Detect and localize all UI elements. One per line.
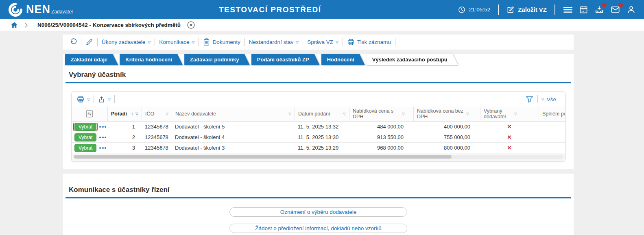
- caret-down-icon[interactable]: ▽: [402, 112, 405, 116]
- cell-poradi: 3: [107, 145, 142, 151]
- toolbar-divider: [155, 38, 155, 46]
- not-selected-x-icon: ✕: [507, 124, 512, 130]
- clock-icon: [458, 6, 466, 14]
- menu-dokumenty[interactable]: Dokumenty: [203, 38, 240, 46]
- filter-scope-dropdown[interactable]: ▽ Vše: [541, 96, 556, 102]
- cell-datum: 11. 5. 2025 13:32: [295, 124, 349, 130]
- calendar-button[interactable]: [579, 5, 588, 14]
- column-header-splneni-podminek[interactable]: Splnění podmínek: [539, 107, 565, 121]
- table-row: Vybrat 3 12345678 Dodavatel - školení 3 …: [72, 143, 565, 153]
- not-selected-x-icon: ✕: [507, 134, 512, 140]
- menu-ukony-zadavatele[interactable]: Úkony zadavatele ▽: [102, 39, 151, 45]
- filter-button[interactable]: [525, 95, 534, 104]
- table-row: Vybrat 2 12345678 Dodavatel - školení 4 …: [72, 132, 565, 143]
- cell-datum: 11. 5. 2025 13:29: [295, 145, 349, 151]
- print-table-button[interactable]: ▽: [76, 95, 90, 103]
- caret-down-icon[interactable]: ▽: [343, 112, 346, 116]
- table-toolbar: ▽ ▽ ▽ Vše: [72, 92, 565, 107]
- cell-cena-s-dph: 968 000,00: [349, 145, 413, 151]
- column-header-datum-podani[interactable]: Datum podání ▽: [295, 107, 349, 121]
- tab-podani-ucastniku[interactable]: Podání účastníků ZP: [251, 54, 320, 65]
- cell-datum: 11. 5. 2025 13:30: [295, 134, 349, 140]
- row-menu-button[interactable]: [99, 126, 106, 128]
- caret-down-icon[interactable]: ▽: [135, 112, 138, 116]
- cell-cena-s-dph: 484 000,00: [349, 124, 413, 130]
- cell-ico: 12345678: [142, 134, 172, 140]
- cell-cena-bez-dph: 400 000,00: [413, 124, 480, 130]
- select-supplier-button[interactable]: Vybrat: [74, 133, 96, 141]
- column-settings-button[interactable]: [72, 107, 107, 121]
- column-header-nazev-dodavatele[interactable]: Název dodavatele ▽: [172, 107, 295, 121]
- topbar-divider: [554, 4, 555, 15]
- table-header-row: Pořadí ↑ ▽ IČO ▽ Název dodavatele ▽ Datu…: [72, 107, 565, 122]
- row-menu-button[interactable]: [99, 147, 106, 149]
- session-time: 21:05:52: [469, 7, 491, 13]
- cell-nazev: Dodavatel - školení 5: [172, 124, 295, 130]
- refresh-button[interactable]: [69, 38, 77, 46]
- messages-button[interactable]: [610, 5, 620, 14]
- cell-nazev: Dodavatel - školení 4: [172, 134, 295, 140]
- downloads-button[interactable]: [594, 5, 604, 14]
- caret-down-icon: ▽: [108, 98, 111, 101]
- caret-down-icon[interactable]: ▽: [288, 112, 291, 116]
- menu-sprava-vz[interactable]: Správa VZ ▽: [307, 39, 338, 45]
- select-supplier-button[interactable]: Vybrat: [74, 123, 96, 131]
- column-header-ico[interactable]: IČO ▽: [142, 107, 172, 121]
- caret-down-icon[interactable]: ▽: [466, 112, 469, 116]
- tab-hodnoceni[interactable]: Hodnocení: [321, 54, 365, 65]
- breadcrumb: N006/25/V00004542 - Konzervace sbírkovýc…: [0, 19, 644, 31]
- tab-kriteria-hodnoceni[interactable]: Kritéria hodnocení: [120, 54, 183, 65]
- cell-ico: 12345678: [142, 145, 172, 151]
- export-table-button[interactable]: ▽: [98, 96, 111, 103]
- cell-nazev: Dodavatel - školení 3: [172, 145, 295, 151]
- main-menu-button[interactable]: [563, 5, 573, 14]
- hamburger-icon: [563, 5, 573, 14]
- caret-down-icon: ▽: [87, 98, 90, 101]
- cell-poradi: 2: [107, 134, 142, 140]
- create-vz-button[interactable]: Založit VZ: [506, 6, 547, 14]
- caret-down-icon[interactable]: ▽: [166, 112, 168, 116]
- table-row: Vybrat 1 12345678 Dodavatel - školení 5 …: [72, 122, 565, 132]
- downloads-notification-badge: [602, 3, 607, 7]
- not-selected-x-icon: ✕: [507, 145, 512, 151]
- caret-down-icon[interactable]: ▽: [514, 112, 517, 116]
- participants-table-panel: ▽ ▽ ▽ Vše: [71, 91, 565, 161]
- toolbar-divider: [199, 38, 199, 46]
- column-header-poradi[interactable]: Pořadí ↑ ▽: [107, 107, 142, 121]
- toolbar-divider: [81, 38, 81, 46]
- topbar-divider: [498, 4, 499, 15]
- scrollbar-track[interactable]: [73, 155, 563, 159]
- menu-nestandardni-stav[interactable]: Nestandardní stav ▽: [249, 39, 299, 45]
- caret-down-icon: ▽: [192, 41, 195, 44]
- section-title-komunikace: Komunikace s účastníky řízení: [63, 180, 574, 197]
- user-profile-button[interactable]: [627, 5, 636, 14]
- horizontal-scrollbar[interactable]: [72, 153, 565, 161]
- zadost-o-predlozeni-button[interactable]: Žádost o předložení informací, dokladů n…: [229, 224, 407, 233]
- column-header-cena-bez-dph[interactable]: Nabídková cena bez DPH ▽: [413, 107, 480, 121]
- toolbar-divider: [560, 95, 560, 103]
- tab-zakladni-udaje[interactable]: Základní údaje: [65, 54, 118, 65]
- menu-tisk-zaznamu[interactable]: Tisk záznamu: [347, 38, 391, 46]
- close-record-button[interactable]: [187, 21, 195, 29]
- caret-down-icon: ▽: [148, 41, 151, 44]
- column-header-cena-s-dph[interactable]: Nabídková cena s DPH ▽: [349, 107, 413, 121]
- column-header-vybrany-dodavatel[interactable]: Vybraný dodavatel ▽: [480, 107, 539, 121]
- document-icon: [203, 38, 210, 46]
- select-supplier-button[interactable]: Vybrat: [74, 144, 96, 152]
- tab-zadavaci-podminky[interactable]: Zadávací podmínky: [184, 54, 250, 65]
- nen-logo-swirl-icon: [8, 2, 23, 17]
- toolbar-divider: [303, 38, 303, 46]
- cell-cena-bez-dph: 800 000,00: [413, 145, 480, 151]
- row-menu-button[interactable]: [99, 137, 106, 138]
- caret-down-icon: ▽: [336, 41, 338, 44]
- nen-logo[interactable]: NEN Zadavatel: [8, 2, 73, 17]
- breadcrumb-record[interactable]: N006/25/V00004542 - Konzervace sbírkovýc…: [37, 22, 181, 28]
- edit-record-button[interactable]: [85, 38, 93, 46]
- scrollbar-thumb[interactable]: [74, 155, 452, 159]
- tab-vysledek-zadavaciho-postupu[interactable]: Výsledek zadávacího postupu: [367, 54, 458, 65]
- record-toolbar: Úkony zadavatele ▽ Komunikace ▽ Dokument…: [63, 35, 574, 50]
- oznameni-o-vyberu-button[interactable]: Oznámení o výběru dodavatele: [229, 207, 407, 217]
- menu-komunikace[interactable]: Komunikace ▽: [159, 39, 194, 45]
- home-button[interactable]: [10, 21, 18, 29]
- session-clock: 21:05:52: [458, 6, 491, 14]
